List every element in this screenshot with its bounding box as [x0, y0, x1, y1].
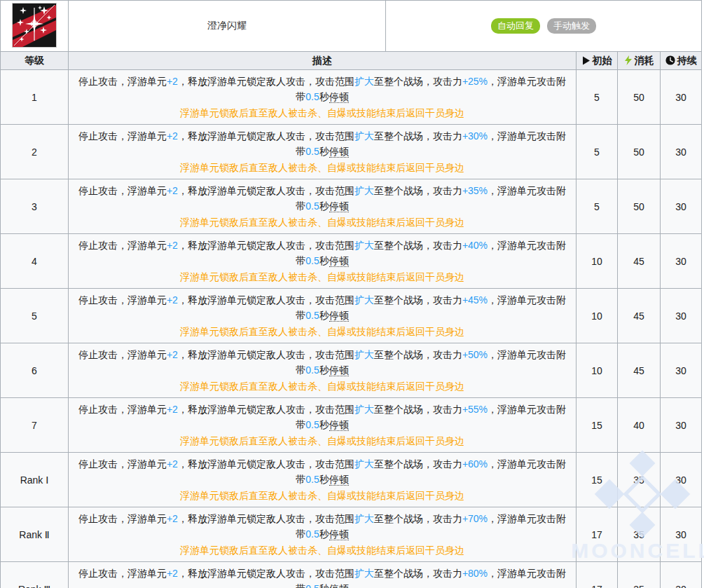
pause-term-tooltip[interactable]: 停顿 [329, 146, 349, 158]
skill-level-row: 6 停止攻击，浮游单元+2，释放浮游单元锁定敌人攻击，攻击范围扩大至整个战场，攻… [1, 343, 702, 398]
level-label: 3 [32, 201, 37, 212]
initial-sp-value: 17 [577, 562, 618, 588]
skill-description: 停止攻击，浮游单元+2，释放浮游单元锁定敌人攻击，攻击范围扩大至整个战场，攻击力… [76, 456, 569, 487]
desc-text-1: 停止攻击，浮游单元 [78, 458, 167, 470]
skill-level-row: 5 停止攻击，浮游单元+2，释放浮游单元锁定敌人攻击，攻击范围扩大至整个战场，攻… [1, 289, 702, 343]
pause-seconds-keyword: 0.5 [305, 583, 319, 588]
skill-table: 澄净闪耀 自动回复 手动触发 等级 描述 初始 消耗 持续 [0, 0, 702, 588]
range-keyword: 扩大 [354, 294, 374, 306]
desc-text-2: ，释放浮游单元锁定敌人攻击，攻击范围 [178, 349, 354, 360]
atk-bonus-keyword: +50% [462, 349, 488, 360]
skill-description: 停止攻击，浮游单元+2，释放浮游单元锁定敌人攻击，攻击范围扩大至整个战场，攻击力… [76, 292, 569, 323]
initial-sp-column-header: 初始 [577, 52, 618, 70]
pause-seconds-keyword: 0.5 [305, 419, 319, 430]
desc-text-3: 至整个战场，攻击力 [374, 458, 462, 470]
desc-text-5: 秒 [319, 528, 329, 540]
desc-text-5: 秒 [319, 364, 329, 376]
pause-term-tooltip[interactable]: 停顿 [329, 91, 349, 103]
atk-bonus-keyword: +25% [462, 76, 488, 87]
skill-detail-page: 澄净闪耀 自动回复 手动触发 等级 描述 初始 消耗 持续 [0, 0, 704, 588]
description-cell: 停止攻击，浮游单元+2，释放浮游单元锁定敌人攻击，攻击范围扩大至整个战场，攻击力… [69, 70, 577, 125]
range-keyword: 扩大 [354, 513, 374, 524]
description-cell: 停止攻击，浮游单元+2，释放浮游单元锁定敌人攻击，攻击范围扩大至整个战场，攻击力… [69, 234, 577, 289]
desc-text-1: 停止攻击，浮游单元 [78, 568, 167, 579]
level-label: 4 [32, 256, 37, 267]
duration-value: 30 [661, 398, 702, 453]
pause-term-tooltip[interactable]: 停顿 [329, 255, 349, 267]
sp-cost-value: 35 [618, 453, 661, 507]
desc-text-5: 秒 [319, 91, 329, 102]
duration-value: 30 [661, 562, 702, 588]
drone-behavior-note: 浮游单元锁敌后直至敌人被击杀、自爆或技能结束后返回干员身边 [76, 324, 569, 339]
skill-description: 停止攻击，浮游单元+2，释放浮游单元锁定敌人攻击，攻击范围扩大至整个战场，攻击力… [76, 347, 569, 378]
pause-term-tooltip[interactable]: 停顿 [329, 528, 349, 540]
skill-description: 停止攻击，浮游单元+2，释放浮游单元锁定敌人攻击，攻击范围扩大至整个战场，攻击力… [76, 511, 569, 542]
sp-cost-value: 45 [618, 343, 661, 398]
sp-cost-value: 50 [618, 179, 661, 234]
pause-term-tooltip[interactable]: 停顿 [329, 310, 349, 322]
desc-text-5: 秒 [319, 255, 329, 266]
drone-behavior-note: 浮游单元锁敌后直至敌人被击杀、自爆或技能结束后返回干员身边 [76, 214, 569, 230]
drone-behavior-note: 浮游单元锁敌后直至敌人被击杀、自爆或技能结束后返回干员身边 [76, 160, 569, 175]
description-cell: 停止攻击，浮游单元+2，释放浮游单元锁定敌人攻击，攻击范围扩大至整个战场，攻击力… [69, 343, 577, 398]
level-cell: Rank Ⅱ [1, 507, 69, 562]
level-label: Rank Ⅰ [20, 474, 49, 486]
pause-seconds-keyword: 0.5 [305, 146, 319, 157]
pause-seconds-keyword: 0.5 [305, 91, 319, 102]
level-cell: Rank Ⅲ [1, 562, 69, 588]
desc-text-2: ，释放浮游单元锁定敌人攻击，攻击范围 [178, 130, 354, 142]
pause-seconds-keyword: 0.5 [305, 255, 319, 266]
duration-value: 30 [661, 507, 702, 562]
drone-count-keyword: +2 [167, 513, 178, 524]
initial-sp-value: 5 [577, 70, 618, 125]
level-column-header: 等级 [1, 52, 69, 70]
skill-level-row: 4 停止攻击，浮游单元+2，释放浮游单元锁定敌人攻击，攻击范围扩大至整个战场，攻… [1, 234, 702, 289]
lightning-icon [624, 55, 633, 65]
pause-term-tooltip[interactable]: 停顿 [329, 200, 349, 212]
skill-description: 停止攻击，浮游单元+2，释放浮游单元锁定敌人攻击，攻击范围扩大至整个战场，攻击力… [76, 74, 569, 104]
duration-value: 30 [661, 234, 702, 289]
pause-term-tooltip[interactable]: 停顿 [329, 583, 349, 588]
desc-text-2: ，释放浮游单元锁定敌人攻击，攻击范围 [178, 185, 354, 196]
desc-text-1: 停止攻击，浮游单元 [78, 513, 167, 524]
drone-count-keyword: +2 [167, 458, 178, 470]
pause-seconds-keyword: 0.5 [305, 528, 319, 540]
sp-cost-value: 40 [618, 398, 661, 453]
desc-text-3: 至整个战场，攻击力 [374, 76, 462, 87]
sp-cost-value: 45 [618, 289, 661, 343]
drone-behavior-note: 浮游单元锁敌后直至敌人被击杀、自爆或技能结束后返回干员身边 [76, 269, 569, 285]
desc-text-1: 停止攻击，浮游单元 [78, 294, 167, 306]
desc-text-3: 至整个战场，攻击力 [374, 349, 462, 360]
pause-term-tooltip[interactable]: 停顿 [329, 419, 349, 431]
pause-seconds-keyword: 0.5 [305, 310, 319, 321]
pause-term-tooltip[interactable]: 停顿 [329, 474, 349, 486]
skill-level-row: 3 停止攻击，浮游单元+2，释放浮游单元锁定敌人攻击，攻击范围扩大至整个战场，攻… [1, 179, 702, 234]
range-keyword: 扩大 [354, 76, 374, 87]
desc-text-5: 秒 [319, 474, 329, 485]
initial-sp-value: 10 [577, 343, 618, 398]
description-cell: 停止攻击，浮游单元+2，释放浮游单元锁定敌人攻击，攻击范围扩大至整个战场，攻击力… [69, 179, 577, 234]
skill-title-row: 澄净闪耀 自动回复 手动触发 [1, 1, 702, 52]
atk-bonus-keyword: +45% [462, 294, 488, 306]
initial-sp-value: 17 [577, 507, 618, 562]
skill-name-cell: 澄净闪耀 [69, 1, 386, 52]
level-label: Rank Ⅱ [19, 529, 49, 540]
level-cell: 5 [1, 289, 69, 343]
drone-behavior-note: 浮游单元锁敌后直至敌人被击杀、自爆或技能结束后返回干员身边 [76, 433, 569, 449]
skill-description: 停止攻击，浮游单元+2，释放浮游单元锁定敌人攻击，攻击范围扩大至整个战场，攻击力… [76, 183, 569, 214]
skill-description: 停止攻击，浮游单元+2，释放浮游单元锁定敌人攻击，攻击范围扩大至整个战场，攻击力… [76, 238, 569, 268]
skill-level-row: Rank Ⅲ 停止攻击，浮游单元+2，释放浮游单元锁定敌人攻击，攻击范围扩大至整… [1, 562, 702, 588]
pause-seconds-keyword: 0.5 [305, 364, 319, 376]
atk-bonus-keyword: +35% [462, 185, 488, 196]
pause-term-tooltip[interactable]: 停顿 [329, 364, 349, 376]
level-label: 6 [32, 365, 37, 376]
initial-sp-value: 10 [577, 234, 618, 289]
column-header-row: 等级 描述 初始 消耗 持续 [1, 52, 702, 70]
description-column-header: 描述 [69, 52, 577, 70]
skill-description: 停止攻击，浮游单元+2，释放浮游单元锁定敌人攻击，攻击范围扩大至整个战场，攻击力… [76, 566, 569, 588]
level-cell: 1 [1, 70, 69, 125]
desc-text-3: 至整个战场，攻击力 [374, 185, 462, 196]
sp-cost-value: 35 [618, 562, 661, 588]
duration-value: 30 [661, 70, 702, 125]
level-label: 2 [32, 146, 37, 158]
